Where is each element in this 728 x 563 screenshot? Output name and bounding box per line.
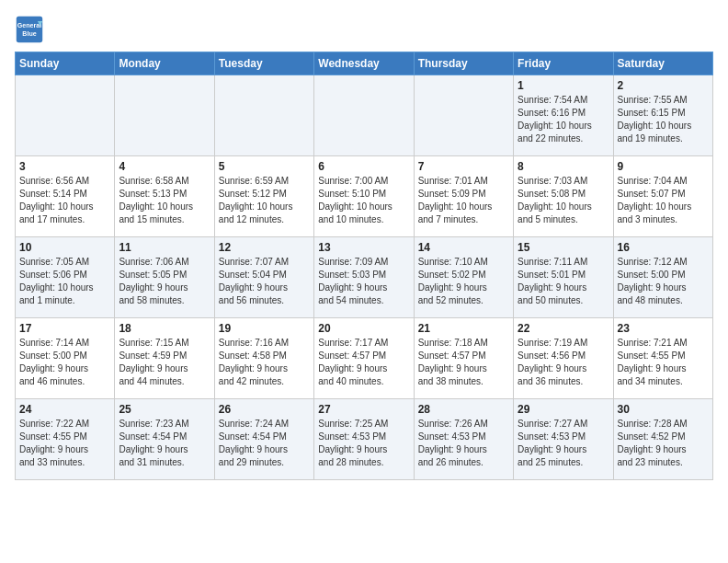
day-number: 24 — [19, 403, 110, 416]
day-number: 1 — [518, 79, 609, 92]
day-info: Sunrise: 7:09 AM Sunset: 5:03 PM Dayligh… — [318, 256, 409, 307]
day-number: 23 — [618, 322, 709, 335]
day-info: Sunrise: 7:16 AM Sunset: 4:58 PM Dayligh… — [219, 337, 310, 388]
day-info: Sunrise: 7:18 AM Sunset: 4:57 PM Dayligh… — [418, 337, 509, 388]
day-info: Sunrise: 7:14 AM Sunset: 5:00 PM Dayligh… — [19, 337, 110, 388]
weekday-header: Saturday — [613, 52, 712, 75]
day-info: Sunrise: 7:23 AM Sunset: 4:54 PM Dayligh… — [119, 418, 210, 469]
svg-text:Blue: Blue — [22, 30, 36, 38]
day-info: Sunrise: 7:55 AM Sunset: 6:15 PM Dayligh… — [618, 94, 709, 145]
day-info: Sunrise: 7:24 AM Sunset: 4:54 PM Dayligh… — [219, 418, 310, 469]
day-number: 28 — [418, 403, 509, 416]
day-info: Sunrise: 7:03 AM Sunset: 5:08 PM Dayligh… — [518, 175, 609, 226]
day-info: Sunrise: 7:12 AM Sunset: 5:00 PM Dayligh… — [618, 256, 709, 307]
day-number: 27 — [318, 403, 409, 416]
weekday-header: Friday — [514, 52, 613, 75]
calendar-day-cell — [414, 75, 513, 156]
weekday-header: Thursday — [414, 52, 513, 75]
day-number: 2 — [618, 79, 709, 92]
day-number: 22 — [518, 322, 609, 335]
calendar-table: SundayMondayTuesdayWednesdayThursdayFrid… — [15, 52, 713, 480]
calendar-day-cell: 11Sunrise: 7:06 AM Sunset: 5:05 PM Dayli… — [115, 237, 214, 318]
calendar-day-cell: 23Sunrise: 7:21 AM Sunset: 4:55 PM Dayli… — [613, 318, 712, 399]
day-number: 30 — [618, 403, 709, 416]
day-info: Sunrise: 7:27 AM Sunset: 4:53 PM Dayligh… — [518, 418, 609, 469]
day-number: 29 — [518, 403, 609, 416]
day-number: 18 — [119, 322, 210, 335]
calendar-day-cell: 22Sunrise: 7:19 AM Sunset: 4:56 PM Dayli… — [514, 318, 613, 399]
calendar-day-cell: 28Sunrise: 7:26 AM Sunset: 4:53 PM Dayli… — [414, 399, 513, 480]
day-number: 5 — [219, 160, 310, 173]
calendar-week-row: 24Sunrise: 7:22 AM Sunset: 4:55 PM Dayli… — [16, 399, 713, 480]
day-number: 25 — [119, 403, 210, 416]
day-info: Sunrise: 7:04 AM Sunset: 5:07 PM Dayligh… — [618, 175, 709, 226]
calendar-week-row: 3Sunrise: 6:56 AM Sunset: 5:14 PM Daylig… — [16, 156, 713, 237]
day-number: 3 — [19, 160, 110, 173]
calendar-day-cell: 13Sunrise: 7:09 AM Sunset: 5:03 PM Dayli… — [314, 237, 414, 318]
day-number: 9 — [618, 160, 709, 173]
day-number: 21 — [418, 322, 509, 335]
calendar-day-cell: 24Sunrise: 7:22 AM Sunset: 4:55 PM Dayli… — [16, 399, 115, 480]
day-info: Sunrise: 7:19 AM Sunset: 4:56 PM Dayligh… — [518, 337, 609, 388]
day-number: 14 — [418, 241, 509, 254]
weekday-header: Sunday — [16, 52, 115, 75]
calendar-day-cell: 5Sunrise: 6:59 AM Sunset: 5:12 PM Daylig… — [214, 156, 313, 237]
day-number: 20 — [318, 322, 409, 335]
calendar-body: 1Sunrise: 7:54 AM Sunset: 6:16 PM Daylig… — [16, 75, 713, 480]
calendar-header-row: SundayMondayTuesdayWednesdayThursdayFrid… — [16, 52, 713, 75]
calendar-day-cell: 27Sunrise: 7:25 AM Sunset: 4:53 PM Dayli… — [314, 399, 414, 480]
day-number: 10 — [19, 241, 110, 254]
calendar-day-cell — [16, 75, 115, 156]
day-number: 15 — [518, 241, 609, 254]
calendar-day-cell: 8Sunrise: 7:03 AM Sunset: 5:08 PM Daylig… — [514, 156, 613, 237]
logo: General Blue — [15, 15, 48, 44]
calendar-day-cell: 7Sunrise: 7:01 AM Sunset: 5:09 PM Daylig… — [414, 156, 513, 237]
calendar-day-cell: 16Sunrise: 7:12 AM Sunset: 5:00 PM Dayli… — [613, 237, 712, 318]
day-info: Sunrise: 7:01 AM Sunset: 5:09 PM Dayligh… — [418, 175, 509, 226]
calendar-day-cell — [314, 75, 414, 156]
day-info: Sunrise: 6:58 AM Sunset: 5:13 PM Dayligh… — [119, 175, 210, 226]
day-number: 11 — [119, 241, 210, 254]
calendar-day-cell: 6Sunrise: 7:00 AM Sunset: 5:10 PM Daylig… — [314, 156, 414, 237]
day-info: Sunrise: 7:11 AM Sunset: 5:01 PM Dayligh… — [518, 256, 609, 307]
calendar-day-cell: 4Sunrise: 6:58 AM Sunset: 5:13 PM Daylig… — [115, 156, 214, 237]
day-info: Sunrise: 7:17 AM Sunset: 4:57 PM Dayligh… — [318, 337, 409, 388]
calendar-day-cell: 18Sunrise: 7:15 AM Sunset: 4:59 PM Dayli… — [115, 318, 214, 399]
day-info: Sunrise: 7:06 AM Sunset: 5:05 PM Dayligh… — [119, 256, 210, 307]
calendar-day-cell: 29Sunrise: 7:27 AM Sunset: 4:53 PM Dayli… — [514, 399, 613, 480]
calendar-day-cell: 26Sunrise: 7:24 AM Sunset: 4:54 PM Dayli… — [214, 399, 313, 480]
calendar-day-cell: 19Sunrise: 7:16 AM Sunset: 4:58 PM Dayli… — [214, 318, 313, 399]
weekday-header: Tuesday — [214, 52, 313, 75]
calendar-day-cell: 30Sunrise: 7:28 AM Sunset: 4:52 PM Dayli… — [613, 399, 712, 480]
day-info: Sunrise: 6:56 AM Sunset: 5:14 PM Dayligh… — [19, 175, 110, 226]
day-number: 17 — [19, 322, 110, 335]
day-info: Sunrise: 6:59 AM Sunset: 5:12 PM Dayligh… — [219, 175, 310, 226]
day-number: 12 — [219, 241, 310, 254]
calendar-week-row: 10Sunrise: 7:05 AM Sunset: 5:06 PM Dayli… — [16, 237, 713, 318]
weekday-header: Monday — [115, 52, 214, 75]
svg-text:General: General — [17, 22, 42, 29]
weekday-header: Wednesday — [314, 52, 414, 75]
calendar-day-cell: 25Sunrise: 7:23 AM Sunset: 4:54 PM Dayli… — [115, 399, 214, 480]
day-info: Sunrise: 7:15 AM Sunset: 4:59 PM Dayligh… — [119, 337, 210, 388]
day-info: Sunrise: 7:21 AM Sunset: 4:55 PM Dayligh… — [618, 337, 709, 388]
calendar-day-cell: 15Sunrise: 7:11 AM Sunset: 5:01 PM Dayli… — [514, 237, 613, 318]
calendar-day-cell: 1Sunrise: 7:54 AM Sunset: 6:16 PM Daylig… — [514, 75, 613, 156]
day-number: 13 — [318, 241, 409, 254]
calendar-day-cell: 3Sunrise: 6:56 AM Sunset: 5:14 PM Daylig… — [16, 156, 115, 237]
day-info: Sunrise: 7:22 AM Sunset: 4:55 PM Dayligh… — [19, 418, 110, 469]
day-number: 4 — [119, 160, 210, 173]
calendar-day-cell: 21Sunrise: 7:18 AM Sunset: 4:57 PM Dayli… — [414, 318, 513, 399]
day-info: Sunrise: 7:54 AM Sunset: 6:16 PM Dayligh… — [518, 94, 609, 145]
day-info: Sunrise: 7:00 AM Sunset: 5:10 PM Dayligh… — [318, 175, 409, 226]
calendar-day-cell: 2Sunrise: 7:55 AM Sunset: 6:15 PM Daylig… — [613, 75, 712, 156]
day-number: 19 — [219, 322, 310, 335]
calendar-day-cell: 14Sunrise: 7:10 AM Sunset: 5:02 PM Dayli… — [414, 237, 513, 318]
day-number: 6 — [318, 160, 409, 173]
day-info: Sunrise: 7:26 AM Sunset: 4:53 PM Dayligh… — [418, 418, 509, 469]
calendar-day-cell — [115, 75, 214, 156]
day-number: 26 — [219, 403, 310, 416]
day-number: 16 — [618, 241, 709, 254]
day-number: 7 — [418, 160, 509, 173]
calendar-day-cell: 17Sunrise: 7:14 AM Sunset: 5:00 PM Dayli… — [16, 318, 115, 399]
